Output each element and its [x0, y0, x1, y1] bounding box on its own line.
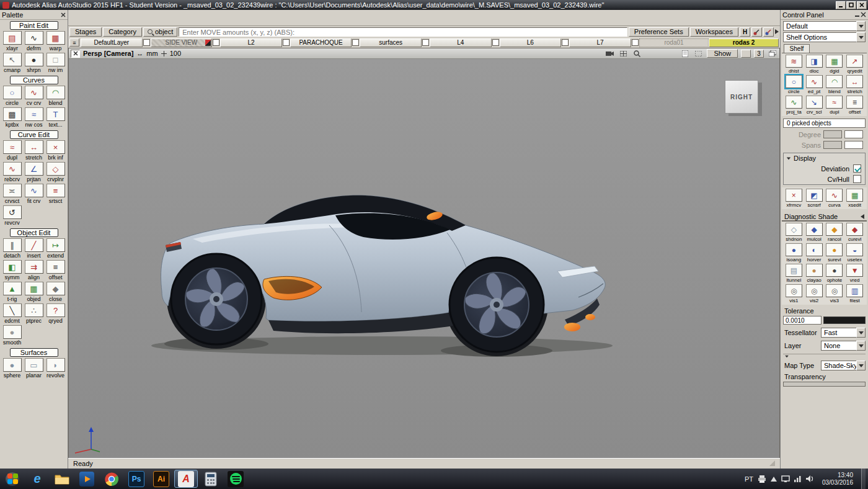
shelf-tool[interactable]: ◠ blend [825, 75, 845, 94]
palette-tool[interactable]: ● sphere [2, 358, 22, 379]
palette-tool[interactable]: ∿ rebcrv [2, 162, 22, 182]
cvhull-checkbox[interactable] [853, 175, 861, 183]
maximize-button[interactable] [846, 1, 856, 9]
cascade-windows-icon[interactable] [767, 50, 777, 58]
palette-tool[interactable]: ● smooth [2, 325, 22, 346]
diagnostic-tool[interactable]: ◎ vis1 [784, 284, 804, 303]
layer-chip[interactable]: L4 [430, 38, 492, 47]
layer-symmetry-checkbox[interactable] [143, 39, 150, 46]
taskbar-chrome[interactable] [100, 470, 123, 488]
diagnostic-tool[interactable]: ◆ mulcol [804, 223, 825, 242]
menu-item[interactable] [182, 16, 193, 20]
pane-blank-button[interactable] [741, 50, 751, 58]
display-tool[interactable]: ◩ scnsrf [804, 189, 825, 208]
palette-tool[interactable]: ? qryed [45, 303, 66, 324]
palette-tool[interactable]: ⇉ align [24, 260, 44, 280]
layer-menu-icon[interactable]: ≡ [69, 38, 79, 47]
diagnostic-tool[interactable]: ● ophote [825, 264, 845, 283]
stages-button[interactable]: Stages [69, 27, 102, 37]
shelf-options-dropdown[interactable]: Shelf Options [783, 32, 866, 42]
diagnostic-tool[interactable]: ◇ shdnon [784, 223, 804, 242]
palette-tool[interactable]: ≡ offset [45, 260, 66, 280]
map-type-arrow-icon[interactable] [856, 361, 866, 370]
palette-tool[interactable]: ∿ defrm [24, 31, 44, 52]
display-tool[interactable]: ▦ xsedit [844, 189, 865, 208]
diagnostic-tool[interactable]: ▥ filest [844, 284, 865, 303]
shelf-tool[interactable]: ≡ offset [844, 96, 865, 115]
display-icon[interactable] [781, 475, 790, 482]
palette-tool[interactable]: ▦ objed [24, 282, 44, 302]
diagnostic-tool[interactable]: ● isoang [784, 243, 804, 262]
preset-dropdown[interactable]: Default [783, 21, 866, 31]
palette-tool[interactable]: ∿ fit crv [24, 184, 44, 204]
layer-chip[interactable]: rodas 2 [709, 38, 779, 47]
palette-tool[interactable]: ○ circle [2, 86, 22, 106]
layer-chip[interactable]: DefaultLayer [81, 38, 143, 47]
taskbar-spotify[interactable] [224, 470, 247, 488]
view-cube[interactable]: RIGHT [725, 80, 758, 114]
palette-tool[interactable]: ↖ cmanp [2, 53, 22, 73]
taskbar-alias-autostudio[interactable]: A [174, 470, 198, 488]
diagnostic-tool[interactable]: ◆ curevl [844, 223, 865, 242]
palette-tool[interactable]: ∴ ptprec [24, 303, 44, 324]
spans-field-input[interactable] [844, 141, 863, 149]
shelf-tool[interactable]: ↗ qryedit [844, 55, 865, 74]
palette-tool[interactable]: □ nw im [45, 53, 66, 73]
preset-dropdown-arrow-icon[interactable] [856, 21, 866, 31]
history-icon[interactable]: H [740, 27, 750, 37]
palette-section-paint-edit[interactable]: Paint Edit [10, 21, 58, 30]
start-button[interactable] [0, 469, 25, 489]
map-type-dropdown[interactable]: Shade-Sky [821, 361, 866, 370]
panel-minimize-icon[interactable] [854, 12, 860, 17]
promptline-input[interactable]: Enter MOVE amounts (x, y, z) (ABS): [179, 27, 627, 37]
volume-icon[interactable] [806, 475, 814, 482]
degree-field-input[interactable] [844, 130, 863, 138]
display-group-header[interactable]: Display [784, 153, 865, 163]
taskbar-file-explorer[interactable] [50, 470, 74, 488]
layer-symmetry-checkbox[interactable] [632, 39, 639, 46]
palette-tool[interactable]: ↺ revcrv [2, 205, 22, 226]
taskbar-internet-explorer[interactable]: e [25, 470, 49, 488]
camera-icon[interactable] [604, 50, 615, 58]
palette-tool[interactable]: ▭ planar [24, 358, 44, 379]
palette-tool[interactable]: ◠ blend [45, 86, 66, 106]
tolerance-input[interactable]: 0.0010 [783, 316, 822, 325]
palette-tool[interactable]: ▤ xlayr [2, 31, 22, 52]
deviation-checkbox[interactable] [853, 164, 861, 173]
close-button[interactable] [857, 1, 867, 9]
shelf-tool[interactable]: ∿ ed_pt [804, 75, 825, 94]
diagnostic-tool[interactable]: ▤ ltunnel [784, 264, 804, 283]
layer-arrow-icon[interactable] [856, 341, 866, 351]
show-button[interactable]: Show [707, 49, 738, 58]
taskbar-photoshop[interactable]: Ps [125, 470, 148, 488]
layer-symmetry-checkbox[interactable] [422, 39, 429, 46]
palette-close-icon[interactable] [61, 12, 66, 17]
taskbar-calculator[interactable] [199, 470, 223, 488]
palette-tool[interactable]: ◇ crvplnr [45, 162, 66, 182]
layer-symmetry-checkbox[interactable] [492, 39, 499, 46]
palette-tool[interactable]: ╱ insert [24, 238, 44, 259]
tray-clock[interactable]: 13:40 03/03/2016 [818, 472, 857, 487]
layer-symmetry-checkbox[interactable] [562, 39, 569, 46]
palette-tool[interactable]: ◗ revolve [45, 358, 66, 379]
diagnostic-tool[interactable]: ◐ horver [804, 243, 825, 262]
layer-chip[interactable]: L6 [500, 38, 562, 47]
shelf-tool[interactable]: ≋ dhist [784, 55, 804, 74]
zoom-tool-icon[interactable] [632, 50, 642, 58]
menu-item[interactable] [104, 16, 115, 20]
palette-tool[interactable]: ╲ edcmt [2, 303, 22, 324]
grid-toggle-icon[interactable] [618, 50, 629, 58]
palette-tool[interactable]: ◆ close [45, 282, 66, 302]
palette-tool[interactable]: ▦ warp [45, 31, 66, 52]
display-tool[interactable]: ∿ curva [825, 189, 845, 208]
menu-item[interactable] [115, 16, 126, 20]
network-icon[interactable] [794, 475, 802, 482]
marking-menu-icon[interactable] [751, 27, 762, 37]
panel-close-icon[interactable] [861, 12, 866, 17]
language-indicator[interactable]: PT [745, 475, 753, 483]
palette-tool[interactable]: T text... [45, 107, 66, 128]
snapshot-icon[interactable] [680, 50, 690, 58]
layer-symmetry-checkbox[interactable] [283, 39, 290, 46]
menu-item[interactable] [205, 16, 216, 20]
palette-tool[interactable]: ≍ crvsct [2, 184, 22, 204]
